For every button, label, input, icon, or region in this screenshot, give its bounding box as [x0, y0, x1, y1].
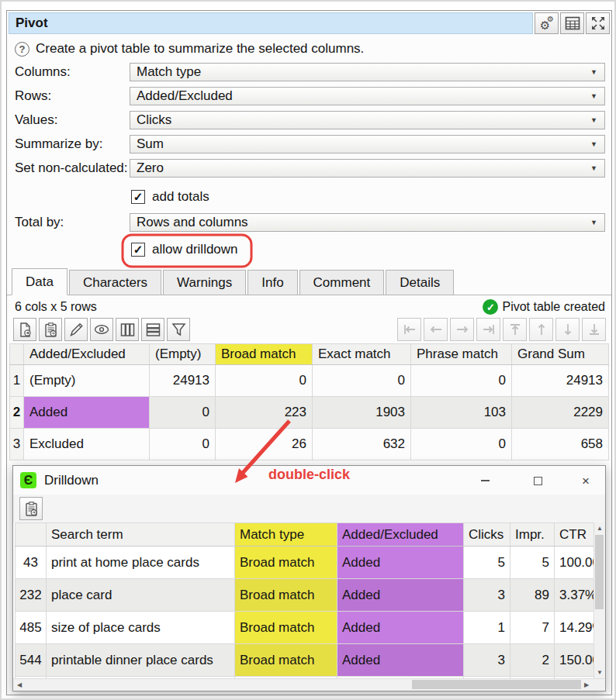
column-header[interactable]: Grand Sum [512, 344, 609, 365]
cell[interactable]: 1903 [313, 397, 411, 429]
tab-details[interactable]: Details [386, 270, 454, 295]
cell-highlighted[interactable]: Broad match [235, 612, 337, 644]
nav-prev-column-button[interactable] [424, 318, 448, 341]
cell[interactable]: 7 [510, 612, 555, 644]
export-file-button[interactable] [13, 318, 36, 341]
row-number[interactable]: 3 [10, 429, 24, 460]
copy-clipboard-button[interactable] [39, 318, 62, 341]
row-number[interactable]: 2 [10, 397, 24, 429]
cell[interactable]: 150.00% [555, 644, 594, 677]
cell-highlighted[interactable]: Broad match [235, 579, 337, 612]
cell-highlighted[interactable]: Added [337, 612, 464, 644]
column-header[interactable]: (Empty) [150, 344, 216, 365]
cell[interactable]: 0 [150, 397, 216, 429]
tab-info[interactable]: Info [247, 270, 297, 295]
cell[interactable]: 3 [464, 579, 510, 612]
cell-highlighted[interactable]: Added [337, 644, 464, 677]
expand-button[interactable] [586, 12, 610, 34]
scroll-left-icon[interactable]: ◀ [14, 679, 25, 691]
nav-prev-row-button[interactable] [529, 318, 553, 341]
row-number[interactable]: 43 [16, 547, 47, 579]
column-header[interactable]: Clicks [464, 523, 510, 547]
close-button[interactable]: × [574, 471, 597, 491]
scroll-down-icon[interactable]: ▼ [594, 667, 605, 678]
nav-last-row-button[interactable] [582, 318, 606, 341]
drilldown-titlebar[interactable]: Є Drilldown × [13, 466, 605, 495]
column-header[interactable]: Exact match [313, 344, 411, 365]
column-header[interactable]: Search term [47, 523, 235, 547]
cell[interactable]: 632 [313, 429, 411, 460]
nav-first-column-button[interactable] [397, 318, 421, 341]
summarize-by-select[interactable]: Sum ▼ [130, 135, 605, 153]
column-header-highlighted[interactable]: Broad match [216, 344, 313, 365]
cell[interactable]: 3 [464, 644, 510, 677]
columns-select[interactable]: Match type ▼ [130, 63, 605, 81]
drilldown-copy-clipboard-button[interactable] [19, 497, 43, 520]
cell-highlighted[interactable]: Added [337, 547, 464, 579]
rows-button[interactable] [141, 318, 164, 341]
nav-next-column-button[interactable] [450, 318, 474, 341]
column-header[interactable]: Added/Excluded [24, 344, 150, 365]
cell[interactable]: (Empty) [24, 365, 150, 397]
row-number[interactable]: 485 [16, 612, 47, 644]
horizontal-scrollbar[interactable]: ◀ ▶ [14, 678, 604, 690]
nav-first-row-button[interactable] [503, 318, 527, 341]
set-non-calculated-select[interactable]: Zero ▼ [130, 159, 605, 178]
cell[interactable]: 0 [313, 365, 411, 397]
cell[interactable]: 0 [411, 365, 512, 397]
cell[interactable]: 100.00% [555, 547, 594, 579]
scroll-right-icon[interactable]: ▶ [581, 679, 592, 691]
cell[interactable]: print at home place cards [47, 547, 235, 579]
cell[interactable]: place card [47, 579, 235, 612]
corner-header-cell[interactable] [16, 523, 47, 547]
column-header[interactable]: Phrase match [411, 344, 512, 365]
minimize-button[interactable] [473, 471, 497, 491]
cell[interactable]: 5 [464, 547, 510, 579]
row-number[interactable]: 232 [16, 579, 47, 612]
cell-highlighted[interactable]: Added [24, 397, 150, 429]
tab-warnings[interactable]: Warnings [163, 270, 246, 295]
row-number[interactable]: 544 [16, 644, 47, 677]
view-values-button[interactable] [90, 318, 113, 341]
cell[interactable]: Excluded [24, 429, 150, 460]
maximize-button[interactable] [526, 471, 549, 491]
cell[interactable]: 2 [510, 644, 555, 677]
help-icon[interactable]: ? [15, 42, 29, 57]
columns-button[interactable] [116, 318, 139, 341]
tab-comment[interactable]: Comment [299, 270, 385, 295]
cell[interactable]: 14.29% [555, 612, 594, 644]
cell[interactable]: size of place cards [47, 612, 235, 644]
column-header-highlighted[interactable]: Added/Excluded [337, 523, 464, 547]
cell[interactable]: 26 [216, 429, 313, 460]
scroll-up-icon[interactable]: ▲ [594, 522, 605, 534]
tab-characters[interactable]: Characters [69, 270, 161, 295]
settings-button[interactable]: ⚙ ⚙ [535, 12, 559, 34]
cell[interactable]: 1 [464, 612, 510, 644]
add-totals-checkbox[interactable]: ✓ [131, 190, 145, 204]
column-header[interactable]: CTR [555, 523, 594, 547]
tab-data[interactable]: Data [12, 268, 67, 295]
corner-header-cell[interactable] [10, 344, 24, 365]
cell[interactable]: 2229 [512, 397, 609, 429]
allow-drilldown-checkbox[interactable]: ✓ [131, 243, 145, 257]
cell[interactable]: 223 [216, 397, 313, 429]
scrollbar-thumb[interactable] [412, 680, 581, 689]
cell[interactable]: 24913 [150, 365, 216, 397]
cell[interactable]: 24913 [512, 365, 609, 397]
cell[interactable]: 5 [510, 547, 555, 579]
cell[interactable]: 3.37% [555, 579, 594, 612]
cell-highlighted[interactable]: Broad match [235, 547, 337, 579]
cell[interactable]: printable dinner place cards [47, 644, 235, 677]
filter-button[interactable] [167, 318, 190, 341]
cell[interactable]: 103 [411, 397, 512, 429]
values-select[interactable]: Clicks ▼ [130, 111, 605, 129]
column-header[interactable]: Impr. [510, 523, 555, 547]
cell[interactable]: 0 [150, 429, 216, 460]
cell[interactable]: 0 [216, 365, 313, 397]
cell[interactable]: 89 [510, 579, 555, 612]
cell-highlighted[interactable]: Broad match [235, 644, 337, 677]
total-by-select[interactable]: Rows and columns ▼ [130, 213, 605, 232]
cell-highlighted[interactable]: Added [337, 579, 464, 612]
nav-next-row-button[interactable] [555, 318, 580, 341]
nav-last-column-button[interactable] [476, 318, 500, 341]
